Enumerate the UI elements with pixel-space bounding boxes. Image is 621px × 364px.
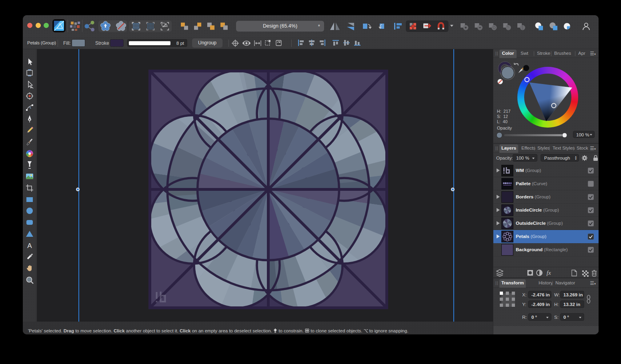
svg-text:A: A	[27, 242, 32, 250]
svg-text:fx: fx	[547, 270, 551, 276]
